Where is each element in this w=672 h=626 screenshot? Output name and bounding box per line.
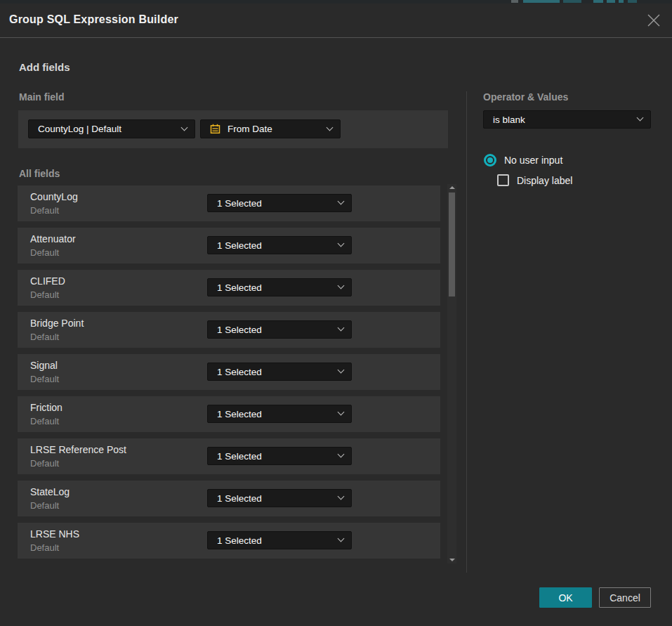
checkbox-unchecked-icon: [497, 174, 509, 186]
chevron-down-icon: [338, 451, 345, 458]
field-name: StateLog: [30, 486, 70, 497]
dialog-header: Group SQL Expression Builder: [0, 4, 672, 38]
field-selected-value: 1 Selected: [217, 240, 262, 251]
field-subtitle: Default: [30, 542, 59, 553]
radio-dot: [487, 157, 493, 163]
field-selected-dropdown[interactable]: 1 Selected: [207, 531, 352, 549]
app-sliver-fragment: [628, 0, 637, 3]
field-row: Attenuator Default 1 Selected: [18, 228, 440, 263]
app-sliver-fragment: [511, 0, 518, 3]
main-field-panel: CountyLog | Default From Date: [18, 110, 448, 148]
field-name: LRSE Reference Post: [30, 444, 126, 455]
ok-button[interactable]: OK: [539, 587, 592, 608]
field-selected-value: 1 Selected: [217, 367, 262, 377]
chevron-down-icon: [338, 535, 345, 542]
chevron-down-icon: [637, 115, 644, 122]
close-button[interactable]: [645, 12, 662, 29]
field-subtitle: Default: [30, 500, 59, 511]
field-row: Signal Default 1 Selected: [18, 354, 440, 390]
field-selected-value: 1 Selected: [217, 535, 262, 546]
scroll-down-button[interactable]: [447, 556, 456, 563]
field-selected-value: 1 Selected: [217, 493, 262, 504]
field-row: LRSE Reference Post Default 1 Selected: [18, 438, 440, 474]
group-sql-expression-builder-dialog: Group SQL Expression Builder Add fields …: [0, 4, 672, 626]
radio-selected-icon: [484, 154, 496, 167]
operator-select-value: is blank: [493, 115, 525, 125]
field-selected-value: 1 Selected: [217, 451, 262, 462]
field-name: Bridge Point: [30, 318, 84, 329]
field-subtitle: Default: [30, 374, 59, 384]
app-sliver-fragment: [619, 0, 624, 3]
field-selected-dropdown[interactable]: 1 Selected: [207, 194, 352, 212]
display-label-text: Display label: [517, 175, 572, 186]
calendar-icon: [210, 124, 220, 134]
chevron-down-icon: [338, 282, 345, 289]
field-name: Friction: [30, 402, 62, 413]
display-label-checkbox[interactable]: Display label: [497, 174, 572, 186]
field-name: CountyLog: [30, 191, 78, 202]
field-subtitle: Default: [30, 416, 59, 426]
chevron-down-icon: [338, 240, 345, 247]
no-user-input-radio[interactable]: No user input: [484, 154, 562, 167]
close-icon: [645, 12, 662, 29]
app-sliver-fragment: [563, 0, 581, 3]
main-field-label: Main field: [19, 91, 65, 103]
fields-scrollbar[interactable]: [447, 184, 456, 563]
app-sliver-fragment: [593, 0, 603, 3]
field-row: LRSE NHS Default 1 Selected: [18, 523, 440, 559]
field-name: Signal: [30, 360, 58, 371]
chevron-down-icon: [338, 367, 345, 374]
field-row: CLIFED Default 1 Selected: [18, 270, 440, 306]
field-selected-dropdown[interactable]: 1 Selected: [207, 278, 352, 296]
field-selected-dropdown[interactable]: 1 Selected: [207, 320, 352, 339]
chevron-down-icon: [338, 325, 345, 332]
app-sliver-fragment: [523, 0, 560, 3]
field-selected-value: 1 Selected: [217, 409, 262, 419]
scrollbar-thumb[interactable]: [449, 193, 455, 296]
all-fields-label: All fields: [19, 168, 60, 179]
no-user-input-label: No user input: [504, 155, 562, 166]
field-selected-dropdown[interactable]: 1 Selected: [207, 447, 352, 465]
main-field-layer-select[interactable]: CountyLog | Default: [28, 119, 195, 138]
field-row: Friction Default 1 Selected: [18, 396, 440, 432]
field-row: StateLog Default 1 Selected: [18, 481, 440, 516]
field-subtitle: Default: [30, 332, 59, 342]
field-subtitle: Default: [30, 458, 59, 469]
add-fields-heading: Add fields: [19, 61, 70, 73]
field-selected-value: 1 Selected: [217, 198, 262, 209]
app-sliver-fragment: [607, 0, 615, 3]
field-selected-dropdown[interactable]: 1 Selected: [207, 236, 352, 254]
main-field-field-select-value: From Date: [228, 124, 272, 134]
field-selected-dropdown[interactable]: 1 Selected: [207, 363, 352, 381]
field-selected-value: 1 Selected: [217, 325, 262, 335]
chevron-down-icon: [181, 124, 188, 131]
scroll-up-button[interactable]: [447, 184, 456, 191]
field-selected-value: 1 Selected: [217, 282, 262, 293]
field-selected-dropdown[interactable]: 1 Selected: [207, 489, 352, 507]
chevron-down-icon: [338, 409, 345, 416]
operator-values-heading: Operator & Values: [483, 91, 568, 103]
field-subtitle: Default: [30, 205, 59, 216]
field-row: Bridge Point Default 1 Selected: [18, 312, 440, 348]
field-selected-dropdown[interactable]: 1 Selected: [207, 405, 352, 423]
chevron-down-icon: [338, 198, 345, 205]
main-field-layer-select-value: CountyLog | Default: [38, 124, 121, 134]
chevron-down-icon: [327, 124, 334, 131]
screen: Group SQL Expression Builder Add fields …: [0, 0, 672, 626]
all-fields-list: CountyLog Default 1 Selected Attenuator …: [18, 185, 440, 565]
triangle-down-icon: [449, 559, 455, 561]
field-name: Attenuator: [30, 233, 76, 244]
panel-divider: [466, 91, 467, 573]
field-subtitle: Default: [30, 289, 59, 300]
cancel-button[interactable]: Cancel: [599, 587, 651, 608]
dialog-title: Group SQL Expression Builder: [9, 13, 178, 26]
chevron-down-icon: [338, 493, 345, 500]
field-name: CLIFED: [30, 275, 65, 287]
main-field-field-select[interactable]: From Date: [200, 119, 341, 138]
field-subtitle: Default: [30, 247, 59, 258]
field-row: CountyLog Default 1 Selected: [18, 185, 440, 221]
triangle-up-icon: [449, 186, 455, 189]
operator-select[interactable]: is blank: [483, 110, 651, 129]
field-name: LRSE NHS: [30, 528, 79, 540]
